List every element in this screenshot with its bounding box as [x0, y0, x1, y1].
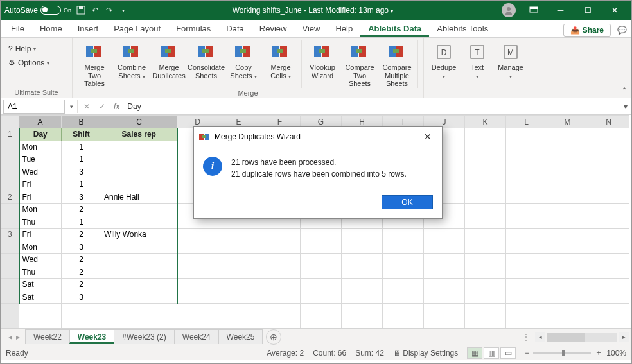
sheet-tab-week25[interactable]: Week25 [218, 329, 263, 344]
cell[interactable] [506, 141, 547, 153]
row-header[interactable] [1, 204, 19, 216]
cell[interactable] [506, 204, 547, 216]
sheet-nav-last-icon[interactable]: ▸ [16, 333, 20, 342]
cell[interactable] [547, 178, 588, 191]
cell[interactable] [218, 304, 259, 316]
cell[interactable] [547, 241, 588, 254]
tab-view[interactable]: View [294, 21, 328, 37]
sheet-tab-week24[interactable]: Week24 [174, 329, 219, 344]
cell[interactable] [259, 279, 301, 291]
cell[interactable] [19, 316, 62, 328]
cell-salesrep[interactable] [101, 166, 177, 178]
header-salesrep[interactable]: Sales rep [101, 128, 177, 141]
cell[interactable] [218, 241, 259, 254]
cell-day[interactable]: Sat [19, 291, 62, 304]
account-avatar[interactable] [502, 3, 516, 17]
cell[interactable] [301, 291, 342, 304]
ribbon-vlookup-wizard[interactable]: VlookupWizard [304, 40, 340, 80]
view-page-layout-icon[interactable]: ▥ [484, 347, 499, 359]
cell[interactable] [465, 266, 506, 279]
zoom-in-button[interactable]: ＋ [595, 347, 602, 358]
cell-day[interactable]: Tue [19, 153, 62, 166]
row-header[interactable]: 3 [1, 229, 19, 241]
row-header[interactable] [1, 241, 19, 254]
ribbon-compare-two-sheets[interactable]: CompareTwo Sheets [342, 40, 378, 88]
cell-day[interactable]: Mon [19, 204, 62, 216]
qat-dropdown-icon[interactable]: ▾ [119, 6, 128, 15]
ribbon-consolidate-sheets[interactable]: ConsolidateSheets [188, 40, 224, 80]
cell[interactable] [465, 229, 506, 241]
cell[interactable] [547, 316, 588, 328]
cell-salesrep[interactable]: Annie Hall [101, 191, 177, 204]
cell[interactable] [177, 254, 218, 266]
cell-day[interactable]: Fri [19, 178, 62, 191]
row-header[interactable] [1, 254, 19, 266]
name-box-dropdown-icon[interactable]: ▾ [67, 103, 76, 110]
col-header-B[interactable]: B [62, 116, 101, 128]
cell[interactable] [547, 141, 588, 153]
cell-shift[interactable]: 1 [62, 141, 101, 153]
cell[interactable] [547, 291, 588, 304]
view-page-break-icon[interactable]: ▭ [500, 347, 516, 359]
cell[interactable] [465, 204, 506, 216]
cell[interactable] [588, 178, 629, 191]
cell[interactable] [465, 241, 506, 254]
cell[interactable] [177, 229, 218, 241]
cell-day[interactable]: Fri [19, 191, 62, 204]
ribbon-text[interactable]: TText▾ [461, 40, 493, 80]
dialog-ok-button[interactable]: OK [382, 195, 433, 209]
cell[interactable] [465, 254, 506, 266]
cell[interactable] [506, 178, 547, 191]
formula-input[interactable]: Day [123, 101, 620, 112]
add-sheet-button[interactable]: ⊕ [266, 329, 281, 345]
cell[interactable] [588, 204, 629, 216]
sheet-nav-first-icon[interactable]: ◂ [8, 333, 12, 342]
cell[interactable] [547, 304, 588, 316]
tab-formulas[interactable]: Formulas [168, 21, 218, 37]
cell[interactable] [259, 254, 301, 266]
cell[interactable] [588, 291, 629, 304]
col-header-N[interactable]: N [588, 116, 629, 128]
cell[interactable] [465, 304, 506, 316]
cell-shift[interactable]: 3 [62, 166, 101, 178]
col-header-M[interactable]: M [547, 116, 588, 128]
autosave-toggle[interactable]: AutoSave On [4, 6, 71, 15]
cell[interactable] [62, 304, 101, 316]
cell[interactable] [259, 316, 301, 328]
cell[interactable] [342, 316, 383, 328]
cell[interactable] [506, 166, 547, 178]
cell-salesrep[interactable] [101, 279, 177, 291]
cell-day[interactable]: Sat [19, 279, 62, 291]
cell[interactable] [465, 178, 506, 191]
ribbon-manage[interactable]: MManage▾ [495, 40, 527, 80]
cell[interactable] [342, 229, 383, 241]
display-settings-button[interactable]: 🖥 Display Settings [393, 349, 458, 358]
cell[interactable] [383, 254, 424, 266]
tab-help[interactable]: Help [328, 21, 360, 37]
tab-review[interactable]: Review [252, 21, 295, 37]
cell[interactable] [101, 304, 177, 316]
cell-shift[interactable]: 2 [62, 266, 101, 279]
cell[interactable] [424, 316, 465, 328]
cell-day[interactable]: Mon [19, 241, 62, 254]
cell-salesrep[interactable] [101, 216, 177, 229]
ribbon-compare-multiple-sheets[interactable]: CompareMultiple Sheets [379, 40, 415, 88]
accept-formula-icon[interactable]: ✓ [94, 102, 110, 111]
tab-insert[interactable]: Insert [70, 21, 107, 37]
cell[interactable] [465, 316, 506, 328]
col-header-A[interactable]: A [19, 116, 62, 128]
cell[interactable] [588, 279, 629, 291]
cell[interactable] [19, 304, 62, 316]
tab-file[interactable]: File [3, 21, 32, 37]
cell-day[interactable]: Wed [19, 166, 62, 178]
cell-salesrep[interactable]: Willy Wonka [101, 229, 177, 241]
cell-salesrep[interactable] [101, 153, 177, 166]
cell[interactable] [506, 229, 547, 241]
cell-shift[interactable]: 3 [62, 291, 101, 304]
col-header-C[interactable]: C [101, 116, 177, 128]
cell[interactable] [218, 266, 259, 279]
cell[interactable] [383, 266, 424, 279]
cell-shift[interactable]: 2 [62, 204, 101, 216]
cell-salesrep[interactable] [101, 204, 177, 216]
cell[interactable] [383, 279, 424, 291]
